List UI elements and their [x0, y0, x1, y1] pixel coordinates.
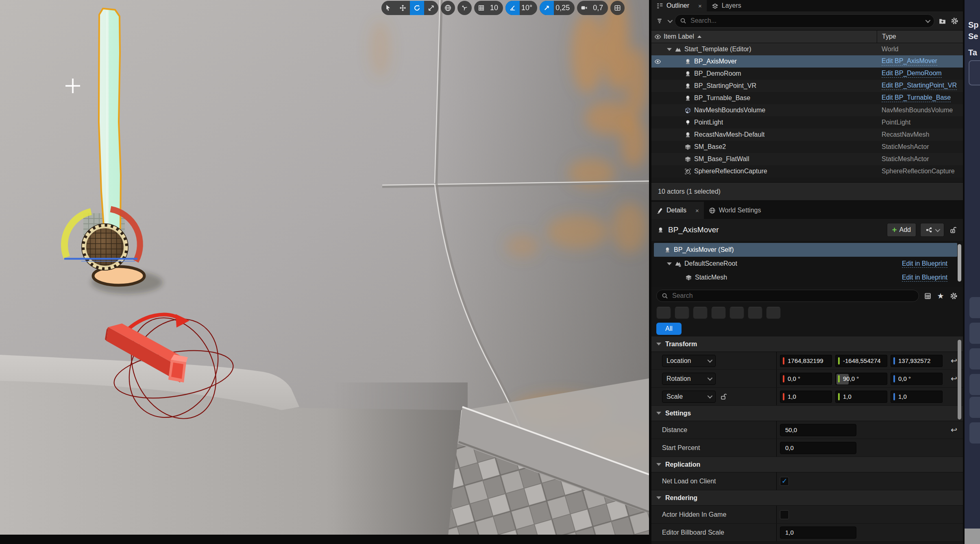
actor-type-text[interactable]: Edit BP_AxisMover	[882, 57, 937, 66]
category-chip[interactable]	[693, 307, 708, 319]
tab-details[interactable]: Details ×	[651, 202, 704, 219]
actor-label[interactable]: SM_Base2	[694, 143, 726, 151]
tab-outliner[interactable]: Outliner ×	[651, 0, 707, 11]
actor-type-text[interactable]: Edit BP_StartingPoint_VR	[882, 82, 957, 90]
actor-type-text[interactable]: RecastNavMesh	[882, 131, 929, 138]
scale-snap-value[interactable]: 0,25	[554, 4, 575, 12]
scale-snap-button[interactable]	[540, 1, 554, 15]
actor-label[interactable]: BP_Turnable_Base	[694, 94, 750, 102]
property-value-field[interactable]: 50,0	[780, 424, 856, 436]
filter-icon[interactable]	[656, 16, 664, 25]
actor-label[interactable]: NavMeshBoundsVolume	[694, 107, 765, 114]
property-checkbox[interactable]: ✓	[780, 510, 789, 519]
component-scrollbar[interactable]	[958, 244, 961, 282]
unlock-icon[interactable]	[948, 225, 957, 234]
actor-type-text[interactable]: Edit BP_DemoRoom	[882, 70, 942, 78]
actor-label[interactable]: PointLight	[694, 119, 723, 126]
x-value-field[interactable]: 1764,832199	[780, 355, 832, 367]
category-chip[interactable]	[675, 307, 689, 319]
property-section-header[interactable]: Settings	[651, 406, 963, 421]
outliner-row[interactable]: NavMeshBoundsVolume NavMeshBoundsVolume	[651, 104, 963, 116]
component-row[interactable]: StaticMesh Edit in Blueprint	[654, 271, 957, 284]
y-value-field[interactable]: -1648,554274	[835, 355, 887, 367]
strip-button[interactable]	[969, 422, 980, 444]
component-label[interactable]: StaticMesh	[695, 274, 727, 281]
scale-lock-icon[interactable]	[720, 393, 727, 400]
actor-type-text[interactable]: SphereReflectionCapture	[882, 168, 955, 175]
outliner-row[interactable]: BP_Turnable_Base Edit BP_Turnable_Base	[651, 92, 963, 104]
camera-speed-value[interactable]: 0,7	[591, 4, 608, 12]
actor-label[interactable]: SphereReflectionCapture	[694, 168, 767, 175]
camera-speed-button[interactable]	[577, 1, 591, 15]
category-chip[interactable]	[748, 307, 762, 319]
rotation-snap-button[interactable]	[505, 1, 520, 15]
actor-type-text[interactable]: World	[882, 46, 899, 53]
edit-in-blueprint-link[interactable]: Edit in Blueprint	[902, 260, 947, 268]
expander-arrow-icon[interactable]	[667, 262, 672, 265]
rotate-tool-button[interactable]	[410, 1, 424, 15]
category-chip[interactable]	[766, 307, 781, 319]
visibility-column-eye-icon[interactable]	[651, 33, 664, 40]
details-search[interactable]	[656, 290, 919, 302]
select-tool-button[interactable]	[381, 1, 396, 15]
y-value-field[interactable]: 1,0	[835, 391, 887, 403]
component-row[interactable]: BP_AxisMover (Self)	[654, 243, 957, 257]
x-value-field[interactable]: 0,0 °	[780, 373, 832, 385]
outliner-row[interactable]: BP_AxisMover Edit BP_AxisMover	[651, 55, 963, 68]
scale-tool-button[interactable]	[424, 1, 438, 15]
add-component-button[interactable]: + Add	[887, 223, 916, 237]
tab-layers[interactable]: Layers	[707, 0, 746, 11]
z-value-field[interactable]: 1,0	[891, 391, 943, 403]
tab-world-settings[interactable]: World Settings	[704, 202, 766, 219]
category-chip[interactable]	[656, 307, 671, 319]
outliner-row[interactable]: BP_StartingPoint_VR Edit BP_StartingPoin…	[651, 80, 963, 92]
close-icon[interactable]: ×	[698, 2, 702, 9]
actor-type-text[interactable]: PointLight	[882, 119, 910, 126]
grid-snap-value[interactable]: 10	[488, 4, 503, 12]
actor-type-text[interactable]: NavMeshBoundsVolume	[882, 107, 953, 114]
actor-type-text[interactable]: StaticMeshActor	[882, 155, 929, 163]
edit-in-blueprint-link[interactable]: Edit in Blueprint	[902, 274, 947, 282]
filter-chevron-down-icon[interactable]	[668, 17, 673, 23]
transform-section-header[interactable]: Transform	[651, 336, 963, 352]
outliner-row[interactable]: SM_Base2 StaticMeshActor	[651, 141, 963, 153]
outliner-row[interactable]: SM_Base_FlatWall StaticMeshActor	[651, 153, 963, 165]
favorites-star-icon[interactable]: ★	[936, 291, 945, 300]
world-coordinate-button[interactable]	[441, 1, 455, 15]
move-tool-button[interactable]	[396, 1, 410, 15]
outliner-search[interactable]	[675, 14, 934, 28]
actor-label[interactable]: RecastNavMesh-Default	[694, 131, 764, 138]
grid-snap-button[interactable]	[474, 1, 488, 15]
component-label[interactable]: BP_AxisMover (Self)	[674, 246, 734, 253]
category-chip[interactable]	[711, 307, 726, 319]
close-icon[interactable]: ×	[695, 207, 699, 214]
outliner-search-input[interactable]	[690, 17, 922, 25]
rotation-snap-value[interactable]: 10°	[520, 4, 537, 12]
expander-arrow-icon[interactable]	[667, 48, 672, 51]
search-chevron-down-icon[interactable]	[926, 17, 931, 23]
transform-mode-dropdown[interactable]: Location	[662, 355, 716, 367]
column-type[interactable]: Type	[877, 31, 963, 43]
strip-button[interactable]	[969, 397, 980, 418]
revert-icon[interactable]: ↩	[945, 425, 963, 435]
transform-mode-dropdown[interactable]: Rotation	[662, 373, 716, 385]
actor-label[interactable]: BP_AxisMover	[694, 58, 737, 65]
property-value-field[interactable]: 1,0	[780, 527, 856, 539]
level-viewport[interactable]: 10 10° 0,25 0,7	[0, 0, 649, 544]
actor-label[interactable]: BP_StartingPoint_VR	[694, 82, 756, 90]
column-item-label[interactable]: Item Label	[664, 33, 694, 40]
property-section-header[interactable]: Replication	[651, 457, 963, 472]
blueprint-actions-button[interactable]	[920, 223, 944, 237]
surface-snapping-button[interactable]	[457, 1, 472, 15]
property-section-header[interactable]: Rendering	[651, 490, 963, 506]
y-value-field[interactable]: 90,0 °	[835, 373, 887, 385]
eye-icon[interactable]	[651, 58, 664, 65]
strip-button[interactable]	[969, 374, 980, 395]
add-folder-icon[interactable]	[938, 16, 947, 25]
transform-mode-dropdown[interactable]: Scale	[662, 391, 716, 403]
outliner-row[interactable]: Start_Template (Editor) World	[651, 43, 963, 55]
properties-scrollbar[interactable]	[958, 340, 961, 419]
outliner-row[interactable]: BP_DemoRoom Edit BP_DemoRoom	[651, 68, 963, 80]
category-chip[interactable]	[730, 307, 744, 319]
actor-type-text[interactable]: Edit BP_Turnable_Base	[882, 94, 951, 102]
